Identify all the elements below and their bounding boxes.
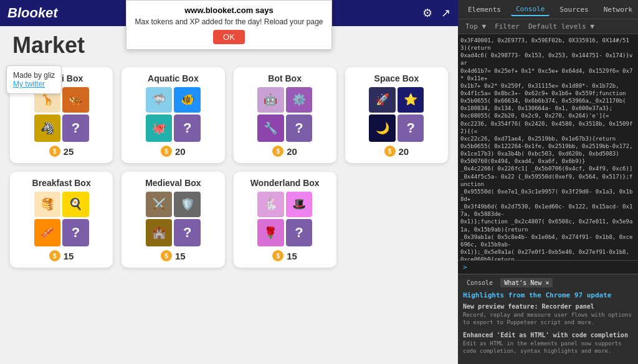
bot-box-title: Bot Box <box>268 73 302 83</box>
whats-new-title: Highlights from the Chrome 97 update <box>463 291 633 299</box>
medieval-box-price: $ 15 <box>161 250 186 261</box>
space-coin-icon: $ <box>384 146 396 157</box>
console-output: 0x3F40001, 0x2E9773, 0x59EF02b, 0X335916… <box>458 34 638 260</box>
safari-price-value: 25 <box>64 146 74 157</box>
breakfast-box-title: Breakfast Box <box>32 178 91 188</box>
safari-img-3: 🦓 <box>34 114 61 142</box>
safari-img-4: ? <box>62 114 89 142</box>
notification-message: Max tokens and XP added for the day! Rel… <box>135 17 323 26</box>
blooket-logo: Blooket <box>7 5 58 21</box>
medieval-box-images: ⚔️ 🛡️ 🏰 ? <box>146 192 201 246</box>
aquatic-img-1: 🦈 <box>146 87 173 113</box>
aquatic-box-card[interactable]: Aquatic Box 🦈 🐠 🐙 ? $ 20 <box>121 67 224 163</box>
wonderland-img-3: 🌹 <box>257 219 284 247</box>
breakfast-img-3: 🥓 <box>34 219 61 247</box>
medieval-box-title: Medieval Box <box>145 178 201 188</box>
wonderland-box-price: $ 15 <box>272 250 297 261</box>
breakfast-price-value: 15 <box>64 251 74 261</box>
space-box-title: Space Box <box>374 73 419 83</box>
wonderland-img-2: 🎩 <box>286 192 313 217</box>
feature-recorder-title: New preview feature: Recorder panel <box>463 303 633 310</box>
tab-sources[interactable]: Sources <box>555 4 593 16</box>
boxes-grid: Safari Box 🦒 🐅 🦓 ? $ 25 Aquatic Box 🦈 🐠 … <box>0 62 458 278</box>
breakfast-box-images: 🥞 🍳 🥓 ? <box>34 192 89 246</box>
breakfast-coin-icon: $ <box>49 250 60 261</box>
tab-console[interactable]: Console <box>511 3 550 16</box>
wonderland-img-4: ? <box>286 219 313 247</box>
space-price-value: 20 <box>399 146 409 157</box>
space-img-3: 🌙 <box>369 114 396 142</box>
medieval-box-card[interactable]: Medieval Box ⚔️ 🛡️ 🏰 ? $ 15 <box>121 172 224 268</box>
console-input-area: > <box>458 260 638 274</box>
aquatic-img-2: 🐠 <box>174 87 201 113</box>
default-levels[interactable]: Default levels ▼ <box>526 21 597 32</box>
bot-img-4: ? <box>286 114 313 142</box>
aquatic-box-price: $ 20 <box>161 146 186 157</box>
whats-new-section: Console What's New × Highlights from the… <box>458 274 638 364</box>
bot-box-card[interactable]: Bot Box 🤖 ⚙️ 🔧 ? $ 20 <box>234 67 336 163</box>
medieval-coin-icon: $ <box>161 250 172 261</box>
bot-img-1: 🤖 <box>257 87 284 113</box>
space-box-images: 🚀 ⭐ 🌙 ? <box>369 87 424 142</box>
medieval-img-2: 🛡️ <box>174 192 201 217</box>
feature-edit-html-title: Enhanced 'Edit as HTML' with code comple… <box>463 332 633 338</box>
wonderland-price-value: 15 <box>287 251 297 261</box>
bot-box-price: $ 20 <box>272 146 297 157</box>
market-panel: Blooket ⚙ ↗ www.blooket.com says Max tok… <box>0 0 458 364</box>
logout-icon[interactable]: ↗ <box>441 6 450 20</box>
safari-coin-icon: $ <box>49 146 60 157</box>
feature-edit-html: Enhanced 'Edit as HTML' with code comple… <box>463 332 633 355</box>
bot-price-value: 20 <box>287 146 297 157</box>
medieval-img-3: 🏰 <box>146 219 173 247</box>
header-icons: ⚙ ↗ <box>422 6 450 20</box>
space-box-price: $ 20 <box>384 146 409 157</box>
top-dropdown[interactable]: Top ▼ <box>463 21 488 32</box>
bot-coin-icon: $ <box>272 146 283 157</box>
made-by-tooltip: Made by gliz My twitter <box>6 65 62 94</box>
aquatic-price-value: 20 <box>175 146 186 157</box>
medieval-img-1: ⚔️ <box>146 192 173 217</box>
medieval-price-value: 15 <box>175 251 186 261</box>
wonderland-coin-icon: $ <box>272 250 283 261</box>
devtools-bottom-tabs: Console What's New × <box>463 278 633 287</box>
aquatic-img-4: ? <box>174 114 201 142</box>
safari-img-2: 🐅 <box>62 87 89 113</box>
filter-input[interactable]: Filter <box>492 21 522 32</box>
twitter-link[interactable]: My twitter <box>13 80 55 88</box>
aquatic-box-title: Aquatic Box <box>148 73 199 83</box>
feature-recorder-desc: Record, replay and measure user flows wi… <box>463 311 633 327</box>
wonderland-box-card[interactable]: Wonderland Box 🐇 🎩 🌹 ? $ 15 <box>234 172 336 268</box>
space-img-2: ⭐ <box>398 87 424 113</box>
aquatic-img-3: 🐙 <box>146 114 173 142</box>
safari-box-price: $ 25 <box>49 146 74 157</box>
wonderland-img-1: 🐇 <box>257 192 284 217</box>
aquatic-coin-icon: $ <box>161 146 172 157</box>
bottom-tab-console[interactable]: Console <box>463 278 497 287</box>
console-input[interactable] <box>470 263 633 271</box>
space-box-card[interactable]: Space Box 🚀 ⭐ 🌙 ? $ 20 <box>345 67 448 163</box>
feature-recorder: New preview feature: Recorder panel Reco… <box>463 303 633 327</box>
made-by-line1: Made by gliz <box>13 71 55 80</box>
tab-elements[interactable]: Elements <box>463 4 506 16</box>
wonderland-box-title: Wonderland Box <box>250 178 320 188</box>
breakfast-img-2: 🍳 <box>62 192 89 217</box>
console-prompt: > <box>463 263 467 271</box>
devtools-panel: Elements Console Sources Network 2 Issue… <box>458 0 638 364</box>
console-text: 0x3F40001, 0x2E9773, 0x59EF02b, 0X335916… <box>460 37 636 260</box>
tab-network[interactable]: Network <box>599 4 637 16</box>
notification-site: www.blooket.com says <box>135 6 323 15</box>
breakfast-img-1: 🥞 <box>34 192 61 217</box>
space-img-4: ? <box>398 114 424 142</box>
settings-icon[interactable]: ⚙ <box>422 6 432 20</box>
breakfast-img-4: ? <box>62 219 89 247</box>
breakfast-box-price: $ 15 <box>49 250 74 261</box>
breakfast-box-card[interactable]: Breakfast Box 🥞 🍳 🥓 ? $ 15 <box>10 172 113 268</box>
devtools-toolbar: Top ▼ Filter Default levels ▼ <box>458 19 638 34</box>
bottom-tab-whats-new[interactable]: What's New × <box>500 278 553 287</box>
feature-edit-html-desc: Edit as HTML in the elements panel now s… <box>463 340 633 355</box>
bot-img-2: ⚙️ <box>286 87 313 113</box>
bot-img-3: 🔧 <box>257 114 284 142</box>
wonderland-box-images: 🐇 🎩 🌹 ? <box>257 192 312 246</box>
notification-ok-button[interactable]: OK <box>213 30 245 44</box>
aquatic-box-images: 🦈 🐠 🐙 ? <box>146 87 201 142</box>
